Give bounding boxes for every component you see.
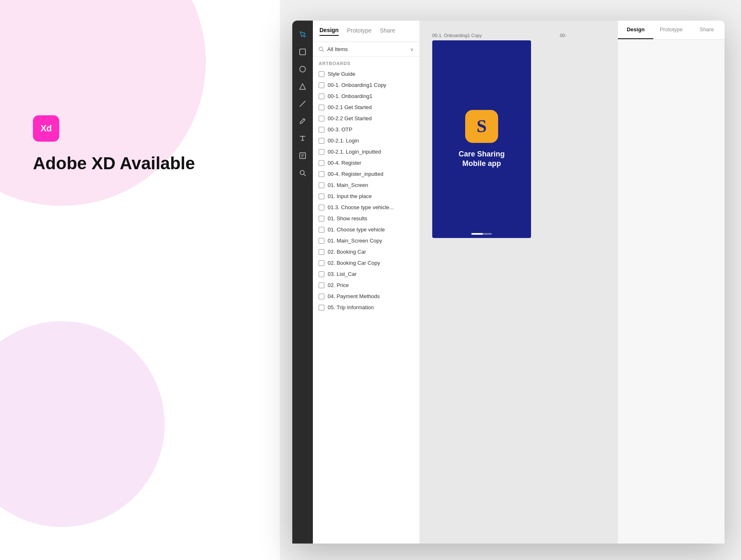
doc-icon (319, 127, 324, 133)
tab-prototype[interactable]: Prototype (347, 27, 372, 35)
layer-item-label: 00-2.2 Get Started (328, 115, 372, 121)
app-name-line2: Mobile app (462, 159, 501, 168)
doc-icon (319, 282, 324, 288)
artboards-section-header: ARTBOARDS (313, 57, 419, 68)
layer-item-login-inputted[interactable]: 00-2.1. Login_inputted (313, 146, 419, 157)
layer-item-label: 01. Input the place (328, 193, 372, 199)
layer-item-label: 01. Show results (328, 215, 367, 222)
layer-item-price[interactable]: 02. Price (313, 280, 419, 291)
doc-icon (319, 249, 324, 255)
doc-icon (319, 71, 324, 77)
artboard-scrollbar (471, 233, 492, 235)
layer-item-label: 00-2.1 Get Started (328, 104, 372, 110)
layer-item-choose-type-vehicle[interactable]: 01. Choose type vehicle (313, 224, 419, 235)
doc-icon (319, 238, 324, 244)
svg-rect-0 (300, 49, 305, 55)
layer-item-booking-car[interactable]: 02. Booking Car (313, 246, 419, 257)
doc-icon (319, 105, 324, 110)
tab-design[interactable]: Design (319, 27, 339, 36)
layer-item-register[interactable]: 00-4. Register (313, 157, 419, 168)
text-tool-button[interactable] (295, 131, 310, 146)
layer-item-trip-information[interactable]: 05. Trip Information (313, 302, 419, 313)
app-icon-letter: S (477, 116, 487, 137)
app-name-line1: Care Sharing (459, 150, 505, 158)
layer-item-main-screen-copy[interactable]: 01. Main_Screen Copy (313, 235, 419, 246)
layer-item-onboarding1[interactable]: 00-1. Onboarding1 (313, 91, 419, 102)
doc-icon (319, 160, 324, 166)
doc-icon (319, 260, 324, 266)
artboard-scrollbar-thumb (471, 233, 483, 235)
layer-item-label: Style Guide (328, 71, 355, 77)
doc-icon (319, 171, 324, 177)
rectangle-tool-button[interactable] (295, 44, 310, 59)
doc-icon (319, 116, 324, 121)
chevron-down-icon: ∨ (410, 47, 414, 52)
top-tabs: Design Prototype Share (313, 21, 419, 42)
layer-item-label: 03. List_Car (328, 271, 357, 277)
search-input[interactable] (327, 46, 407, 52)
canvas-area: 00-1. Onboarding1 Copy S Care Sharing Mo… (420, 21, 618, 544)
doc-icon (319, 205, 324, 210)
doc-icon (319, 194, 324, 199)
layer-item-booking-car-copy[interactable]: 02. Booking Car Copy (313, 257, 419, 268)
layer-item-register-inputted[interactable]: 00-4. Register_inputted (313, 168, 419, 180)
layer-item-label: 04. Payment Methods (328, 293, 380, 299)
layer-item-choose-type-vehicle-ellipsis[interactable]: 01.3. Choose type vehicle... (313, 202, 419, 213)
layer-item-label: 00-1. Onboarding1 Copy (328, 82, 386, 88)
layer-item-label: 00-4. Register (328, 160, 361, 166)
layer-item-otp[interactable]: 00-3. OTP (313, 124, 419, 135)
layer-item-get-started-2[interactable]: 00-2.2 Get Started (313, 113, 419, 124)
circle-tool-button[interactable] (295, 62, 310, 77)
doc-icon (319, 305, 324, 310)
doc-icon (319, 93, 324, 99)
artboard-label-2: 00- (560, 33, 566, 38)
doc-icon (319, 216, 324, 222)
bg-decoration-circle-large (0, 0, 206, 206)
xd-window: Design Prototype Share ∨ ARTBOARDS Styl (292, 21, 725, 544)
layer-item-label: 00-1. Onboarding1 (328, 93, 372, 99)
tab-share[interactable]: Share (380, 27, 395, 35)
layer-item-get-started-1[interactable]: 00-2.1 Get Started (313, 102, 419, 113)
props-tabs: Design Prototype Share (618, 21, 725, 40)
cursor-tool-button[interactable] (295, 27, 310, 42)
layer-item-input-place[interactable]: 01. Input the place (313, 191, 419, 202)
layer-item-label: 02. Booking Car (328, 249, 366, 255)
triangle-tool-button[interactable] (295, 79, 310, 94)
layer-item-show-results[interactable]: 01. Show results (313, 213, 419, 224)
doc-icon (319, 227, 324, 233)
svg-line-7 (322, 50, 324, 51)
layer-item-main-screen[interactable]: 01. Main_Screen (313, 180, 419, 191)
layer-item-payment-methods[interactable]: 04. Payment Methods (313, 291, 419, 302)
toolbar (292, 21, 313, 544)
layers-panel: Design Prototype Share ∨ ARTBOARDS Styl (313, 21, 420, 544)
bg-decoration-circle-small (0, 321, 165, 527)
layer-item-onboarding1-copy[interactable]: 00-1. Onboarding1 Copy (313, 79, 419, 91)
xd-logo: Xd (33, 115, 59, 142)
search-icon (319, 47, 324, 52)
component-tool-button[interactable] (295, 148, 310, 163)
layer-item-list-car[interactable]: 03. List_Car (313, 268, 419, 280)
doc-icon (319, 182, 324, 188)
layer-item-label: 05. Trip Information (328, 304, 374, 310)
layer-item-label: 01. Choose type vehicle (328, 226, 385, 233)
zoom-tool-button[interactable] (295, 166, 310, 180)
artboard-label: 00-1. Onboarding1 Copy (432, 33, 531, 38)
artboard: S Care Sharing Mobile app (432, 40, 531, 238)
props-tab-design[interactable]: Design (618, 21, 653, 39)
right-panel: Design Prototype Share ∨ ARTBOARDS Styl (280, 0, 741, 560)
left-panel: Xd Adobe XD Available (0, 0, 280, 560)
artboard-container: 00-1. Onboarding1 Copy S Care Sharing Mo… (432, 33, 531, 238)
svg-point-1 (300, 66, 305, 72)
properties-panel: Design Prototype Share (618, 21, 725, 544)
doc-icon (319, 294, 324, 299)
app-title: Care Sharing Mobile app (459, 149, 505, 169)
doc-icon (319, 149, 324, 155)
props-tab-share[interactable]: Share (689, 21, 725, 39)
layer-item-login[interactable]: 00-2.1. Login (313, 135, 419, 146)
layer-item-style-guide[interactable]: Style Guide (313, 68, 419, 79)
pen-tool-button[interactable] (295, 114, 310, 128)
line-tool-button[interactable] (295, 96, 310, 111)
layer-item-label: 00-2.1. Login_inputted (328, 149, 381, 155)
props-tab-prototype[interactable]: Prototype (653, 21, 689, 39)
xd-logo-wrapper: Xd (33, 115, 247, 142)
